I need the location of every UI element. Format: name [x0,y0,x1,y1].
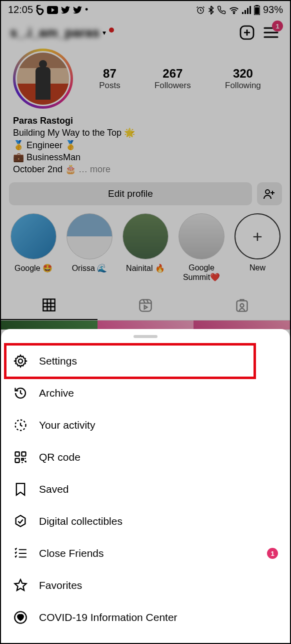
menu-settings[interactable]: Settings [1,345,290,377]
svg-rect-13 [140,300,151,311]
youtube-icon [47,6,58,14]
menu-label: Close Friends [39,547,104,559]
create-post-button[interactable] [237,23,257,43]
menu-label: Settings [39,355,77,367]
menu-favorites[interactable]: Favorites [1,569,290,601]
menu-qr-code[interactable]: QR code [1,441,290,473]
discover-people-button[interactable] [257,182,282,205]
close-friends-icon [13,546,28,561]
svg-rect-12 [44,299,55,311]
menu-activity[interactable]: Your activity [1,409,290,441]
posts-stat[interactable]: 87 Posts [99,67,120,91]
sheet-drag-handle[interactable] [134,335,158,338]
bio-line: Building My Way to the Top 🌟 [13,127,278,139]
status-time: 12:05 [8,4,33,16]
username-dropdown[interactable]: s_.i_am_paras [10,25,100,41]
svg-rect-9 [254,7,259,14]
followers-stat[interactable]: 267 Followers [154,67,191,91]
highlight-label: Orissa 🌊 [65,263,114,273]
highlight-new-button[interactable]: +New [233,213,282,282]
followers-label: Followers [154,81,191,91]
tab-reels[interactable] [98,291,194,320]
svg-point-11 [266,190,270,194]
signal-icon [242,6,251,14]
highlight-label: Google Summit❤️ [177,263,226,282]
menu-label: Digital collectibles [39,515,122,527]
highlight-label: Google 🤩 [9,263,58,273]
bluetooth-icon [208,6,214,15]
volte-icon [217,6,226,15]
highlight-label: New [233,263,282,272]
swiggy-icon [36,5,44,15]
feed-grid-preview [1,320,290,330]
alarm-icon [196,6,205,15]
followers-count: 267 [154,67,191,81]
menu-covid-info[interactable]: COVID-19 Information Center [1,601,290,633]
bio-more-button[interactable]: … more [78,164,110,174]
display-name: Paras Rastogi [13,115,278,127]
profile-avatar[interactable] [13,49,73,109]
bookmark-icon [13,482,28,497]
tab-grid[interactable] [1,291,98,320]
grid-icon [42,298,56,312]
menu-label: QR code [39,451,80,463]
menu-label: Favorites [39,579,82,591]
posts-count: 87 [99,67,120,81]
svg-point-2 [234,13,234,14]
battery-percent: 93% [263,4,283,16]
notification-dot-icon [109,28,114,33]
highlight-item[interactable]: Orissa 🌊 [65,213,114,282]
more-dot-icon: • [85,5,88,15]
edit-profile-button[interactable]: Edit profile [9,182,252,205]
following-stat[interactable]: 320 Following [225,67,261,91]
svg-point-15 [240,304,244,307]
menu-bottom-sheet: Settings Archive Your activity QR code S… [1,329,290,643]
menu-digital-collectibles[interactable]: Digital collectibles [1,505,290,537]
gear-icon [13,354,28,369]
svg-rect-4 [244,10,246,14]
svg-rect-3 [242,12,244,14]
tagged-icon [235,298,249,312]
menu-label: COVID-19 Information Center [39,611,178,623]
highlight-label: Nainital 🔥 [121,263,170,273]
highlight-item[interactable]: Nainital 🔥 [121,213,170,282]
menu-close-friends[interactable]: Close Friends 1 [1,537,290,569]
menu-badge: 1 [272,21,283,32]
chevron-down-icon[interactable]: ▾ [102,29,106,37]
heart-circle-icon [13,610,28,625]
svg-rect-20 [16,458,20,462]
archive-icon [13,386,28,401]
highlight-item[interactable]: Google Summit❤️ [177,213,226,282]
menu-label: Saved [39,483,69,495]
tab-tagged[interactable] [194,291,290,320]
twitter-icon [61,6,70,14]
close-friends-badge: 1 [267,548,278,559]
svg-rect-19 [22,452,26,456]
following-count: 320 [225,67,261,81]
menu-label: Your activity [39,419,95,431]
svg-rect-5 [247,8,248,14]
svg-point-16 [18,359,22,363]
svg-rect-18 [16,452,20,456]
star-icon [13,578,28,593]
activity-icon [13,418,28,433]
following-label: Following [225,81,261,91]
status-bar: 12:05 • 93% [1,1,290,18]
profile-summary: 87 Posts 267 Followers 320 Following [1,49,290,115]
bio-line: 🥇 Engineer 🥇 [13,139,278,151]
hexagon-check-icon [13,514,28,529]
menu-archive[interactable]: Archive [1,377,290,409]
menu-saved[interactable]: Saved [1,473,290,505]
reels-icon [138,298,152,312]
profile-tabs [1,291,290,320]
wifi-icon [229,6,239,14]
bio-line: October 2nd 🎂 [13,164,76,174]
posts-label: Posts [99,81,120,91]
svg-rect-6 [250,6,251,14]
hamburger-menu-button[interactable]: 1 [261,23,281,43]
svg-rect-14 [236,301,247,311]
qr-code-icon [13,450,28,465]
profile-header: s_.i_am_paras ▾ 1 [1,18,290,49]
story-highlights: Google 🤩 Orissa 🌊 Nainital 🔥 Google Summ… [1,213,290,291]
highlight-item[interactable]: Google 🤩 [9,213,58,282]
